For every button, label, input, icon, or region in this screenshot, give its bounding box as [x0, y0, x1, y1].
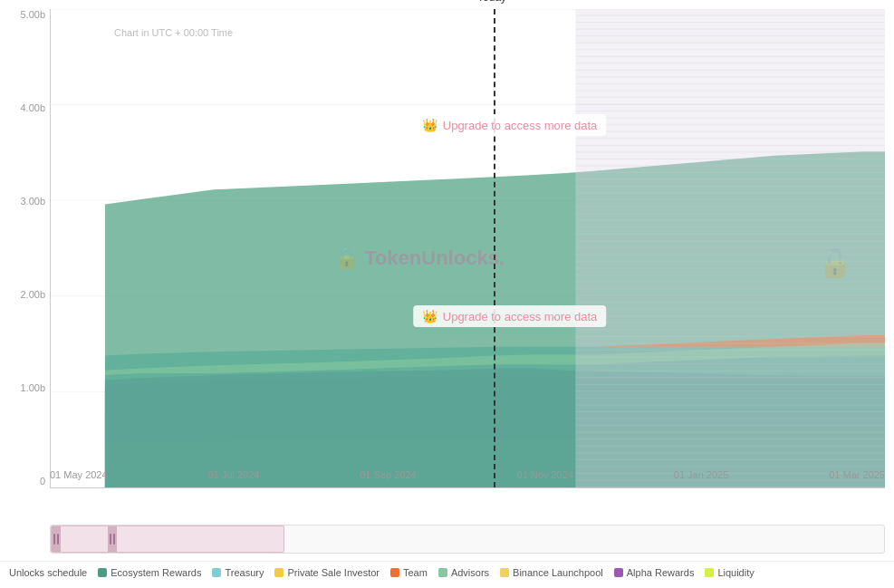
navigator-selection[interactable] [51, 525, 284, 553]
y-label-2b: 2.00b [20, 289, 45, 300]
crown-icon-top: 👑 [422, 118, 437, 132]
upgrade-banner-bottom[interactable]: 👑 Upgrade to access more data [413, 305, 607, 327]
legend-dot-ecosystem [98, 568, 107, 577]
legend-dot-liquidity [705, 568, 714, 577]
chart-container: 5.00b 4.00b 3.00b 2.00b 1.00b 0 [0, 0, 894, 588]
crown-icon-bottom: 👑 [422, 309, 437, 323]
y-label-3b: 3.00b [20, 196, 45, 207]
watermark-text: TokenUnlocks. [364, 246, 505, 270]
legend-label-private-sale: Private Sale Investor [287, 567, 380, 578]
legend-label-team: Team [403, 567, 428, 578]
legend-dot-private-sale [274, 568, 284, 577]
y-axis: 5.00b 4.00b 3.00b 2.00b 1.00b 0 [0, 9, 50, 488]
legend-ecosystem-rewards: Ecosystem Rewards [98, 567, 201, 578]
legend-dot-advisors [438, 568, 447, 577]
watermark-center: 🔒 TokenUnlocks. [334, 246, 505, 270]
legend-label-treasury: Treasury [225, 567, 264, 578]
legend-dot-treasury [212, 568, 221, 577]
legend-alpha-rewards: Alpha Rewards [614, 567, 695, 578]
legend-label-alpha: Alpha Rewards [627, 567, 695, 578]
chart-area: Today 🔒 TokenUnlocks. 🔓 👑 Upgrade to acc… [50, 9, 885, 488]
legend-dot-alpha [614, 568, 623, 577]
chart-navigator[interactable] [50, 525, 885, 554]
x-label-jul2024: 01 Jul 2024 [207, 469, 259, 480]
chart-legend: Unlocks schedule Ecosystem Rewards Treas… [0, 561, 894, 583]
legend-label-binance: Binance Launchpool [513, 567, 603, 578]
legend-label-liquidity: Liquidity [717, 567, 754, 578]
lock-icon-right: 🔓 [818, 246, 851, 278]
legend-label-ecosystem: Ecosystem Rewards [111, 567, 201, 578]
legend-binance-launchpool: Binance Launchpool [500, 567, 603, 578]
legend-treasury: Treasury [212, 567, 264, 578]
upgrade-text-bottom: Upgrade to access more data [443, 310, 598, 323]
x-label-jan2025: 01 Jan 2025 [674, 469, 729, 480]
today-label: Today [477, 0, 506, 4]
y-label-4b: 4.00b [20, 102, 45, 113]
legend-team: Team [390, 567, 428, 578]
lock-icon-left: 🔒 [334, 246, 359, 270]
y-label-0: 0 [40, 476, 45, 487]
upgrade-text-top: Upgrade to access more data [443, 119, 598, 132]
chart-subtitle: Chart in UTC + 00:00 Time [114, 27, 233, 38]
x-label-nov2024: 01 Nov 2024 [517, 469, 573, 480]
x-label-mar2025: 01 Mar 2025 [829, 469, 885, 480]
navigator-handle-left[interactable] [52, 526, 61, 552]
legend-advisors: Advisors [438, 567, 489, 578]
x-label-may2024: 01 May 2024 [50, 469, 108, 480]
y-label-1b: 1.00b [20, 382, 45, 393]
upgrade-banner-top[interactable]: 👑 Upgrade to access more data [413, 114, 607, 136]
legend-dot-team [390, 568, 399, 577]
legend-liquidity: Liquidity [705, 567, 754, 578]
legend-unlocks-schedule: Unlocks schedule [9, 567, 87, 578]
x-axis: 01 May 2024 01 Jul 2024 01 Sep 2024 01 N… [50, 466, 885, 488]
legend-dot-binance [500, 568, 509, 577]
x-label-sep2024: 01 Sep 2024 [360, 469, 416, 480]
legend-private-sale: Private Sale Investor [274, 567, 380, 578]
y-label-5b: 5.00b [20, 9, 45, 20]
legend-label-advisors: Advisors [451, 567, 489, 578]
legend-unlocks-label: Unlocks schedule [9, 567, 87, 578]
navigator-handle-right[interactable] [108, 526, 117, 552]
